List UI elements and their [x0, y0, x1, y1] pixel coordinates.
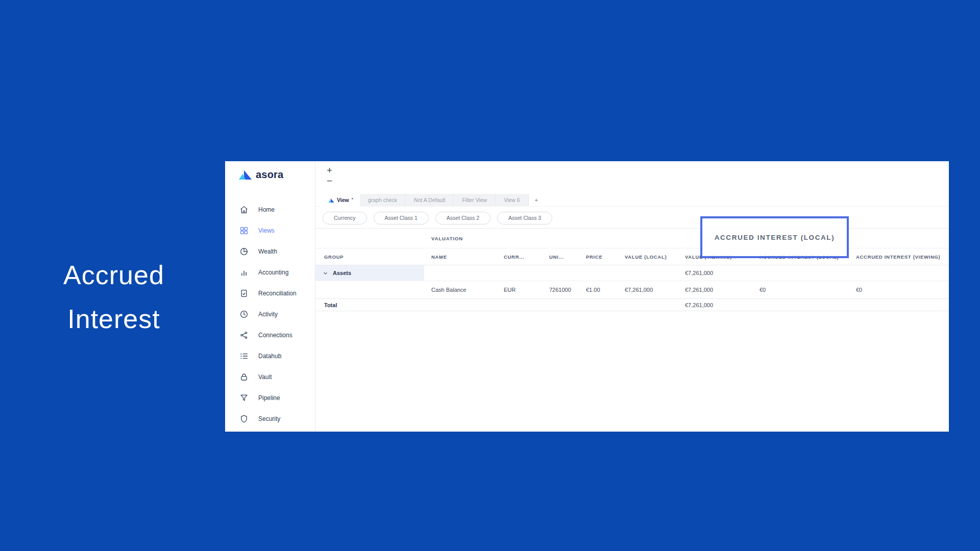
- tab-filter-view[interactable]: Filter View: [454, 194, 496, 206]
- sidebar-item-label: Pipeline: [258, 394, 280, 402]
- total-value-viewing-cell: €7,261,000: [685, 302, 713, 308]
- zoom-in-button[interactable]: +: [327, 165, 332, 175]
- filter-chip-currency[interactable]: Currency: [323, 212, 367, 224]
- valuation-table: VALUATION GROUP NAME CURR... UNI... PRIC…: [315, 228, 949, 311]
- name-cell: Cash Balance: [431, 287, 467, 293]
- sidebar-item-label: Vault: [258, 373, 272, 381]
- filter-chips: Currency Asset Class 1 Asset Class 2 Ass…: [323, 212, 552, 224]
- column-header-accrued-interest-viewing[interactable]: ACCRUED INTEREST (VIEWING): [856, 254, 940, 260]
- filter-chip-asset-class-1[interactable]: Asset Class 1: [374, 212, 429, 224]
- total-row: Total €7,261,000: [315, 299, 949, 311]
- sidebar-item-views[interactable]: Views: [225, 220, 315, 241]
- pie-chart-icon: [239, 247, 249, 256]
- tab-modified-indicator: *: [352, 197, 353, 202]
- sidebar-item-security[interactable]: Security: [225, 408, 315, 429]
- sidebar-item-label: Activity: [258, 311, 278, 318]
- filter-chip-asset-class-3[interactable]: Asset Class 3: [497, 212, 552, 224]
- accrued-interest-local-cell: €0: [760, 287, 766, 293]
- tab-label: View: [337, 194, 349, 207]
- view-tabs: View* graph check Not A Default Filter V…: [322, 194, 544, 207]
- group-cell[interactable]: Assets: [323, 270, 351, 276]
- bar-chart-icon: [239, 268, 249, 277]
- currency-cell: EUR: [504, 287, 516, 293]
- asora-tab-logo-icon: [328, 198, 334, 203]
- group-row-label: Assets: [333, 270, 351, 276]
- main-content: + − View* graph check Not A Default Filt: [315, 161, 949, 432]
- share-icon: [239, 331, 249, 340]
- tab-not-a-default[interactable]: Not A Default: [406, 194, 454, 206]
- chevron-down-icon[interactable]: [323, 270, 328, 276]
- total-row-label: Total: [324, 302, 337, 308]
- column-header-price[interactable]: PRICE: [586, 254, 603, 260]
- tab-graph-check[interactable]: graph check: [360, 194, 406, 206]
- table-row[interactable]: Cash Balance EUR 7261000 €1.00 €7,261,00…: [315, 281, 949, 299]
- column-header-name[interactable]: NAME: [431, 254, 447, 260]
- sidebar-item-label: Views: [258, 227, 275, 234]
- accrued-interest-viewing-cell: €0: [856, 287, 862, 293]
- brand-logo: asora: [238, 169, 283, 181]
- brand-wordmark: asora: [256, 169, 283, 181]
- price-cell: €1.00: [586, 287, 600, 293]
- sidebar-item-datahub[interactable]: Datahub: [225, 345, 315, 366]
- sidebar-item-wealth[interactable]: Wealth: [225, 241, 315, 262]
- column-group-header-row: VALUATION: [315, 228, 949, 248]
- group-row-assets[interactable]: Assets €7,261,000: [315, 265, 949, 281]
- valuation-group-header: VALUATION: [431, 236, 463, 241]
- sidebar: asora Home: [225, 161, 315, 432]
- sidebar-item-label: Datahub: [258, 353, 281, 360]
- page-background: Accrued Interest asora: [0, 0, 980, 551]
- sidebar-item-activity[interactable]: Activity: [225, 304, 315, 324]
- column-header-currency[interactable]: CURR...: [504, 254, 524, 260]
- units-cell: 7261000: [549, 287, 571, 293]
- document-check-icon: [239, 289, 249, 298]
- home-icon: [239, 205, 249, 214]
- column-header-group[interactable]: GROUP: [324, 254, 344, 260]
- table-header-row: GROUP NAME CURR... UNI... PRICE VALUE (L…: [315, 248, 949, 265]
- asora-logo-icon: [238, 169, 252, 181]
- column-header-units[interactable]: UNI...: [549, 254, 564, 260]
- clock-icon: [239, 310, 249, 319]
- add-tab-button[interactable]: +: [529, 194, 544, 206]
- tab-view-6[interactable]: View 6: [496, 194, 528, 206]
- app-window: asora Home: [225, 161, 949, 432]
- list-icon: [239, 352, 249, 361]
- slide-title-line1: Accrued: [19, 253, 208, 297]
- zoom-out-button[interactable]: −: [327, 176, 332, 186]
- sidebar-item-label: Reconciliation: [258, 290, 297, 297]
- sidebar-item-label: Wealth: [258, 248, 277, 255]
- sidebar-item-label: Connections: [258, 332, 292, 339]
- value-viewing-cell: €7,261,000: [685, 287, 713, 293]
- shield-icon: [239, 414, 249, 423]
- tab-view[interactable]: View*: [322, 194, 360, 207]
- sidebar-item-label: Accounting: [258, 269, 288, 276]
- sidebar-item-accounting[interactable]: Accounting: [225, 262, 315, 283]
- column-header-value-local[interactable]: VALUE (LOCAL): [625, 254, 667, 260]
- sidebar-item-reconciliation[interactable]: Reconciliation: [225, 283, 315, 304]
- value-local-cell: €7,261,000: [625, 287, 653, 293]
- grid-icon: [239, 226, 249, 235]
- slide-title-line2: Interest: [19, 297, 208, 341]
- sidebar-item-vault[interactable]: Vault: [225, 366, 315, 387]
- zoom-controls: + −: [327, 165, 332, 186]
- sidebar-item-label: Security: [258, 415, 280, 422]
- slide-title: Accrued Interest: [19, 253, 208, 341]
- lock-icon: [239, 372, 249, 382]
- sidebar-item-label: Home: [258, 206, 275, 213]
- sidebar-item-home[interactable]: Home: [225, 199, 315, 220]
- accrued-interest-highlight-box: ACCRUED INTEREST (LOCAL): [700, 216, 849, 258]
- filter-chip-asset-class-2[interactable]: Asset Class 2: [435, 212, 491, 224]
- funnel-icon: [239, 393, 249, 403]
- sidebar-nav: Home Views: [225, 199, 315, 429]
- sidebar-item-connections[interactable]: Connections: [225, 324, 315, 345]
- group-value-viewing-cell: €7,261,000: [685, 270, 713, 276]
- accrued-interest-highlight-label: ACCRUED INTEREST (LOCAL): [715, 234, 835, 241]
- sidebar-item-pipeline[interactable]: Pipeline: [225, 387, 315, 408]
